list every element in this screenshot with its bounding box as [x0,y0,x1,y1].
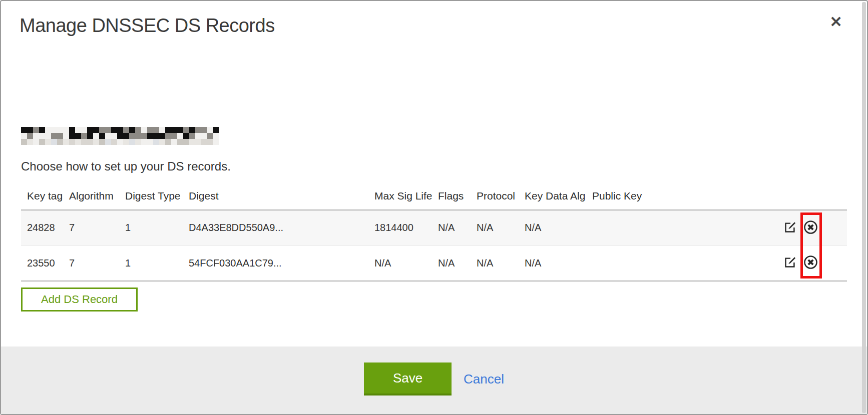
mosaic-pixel [207,127,213,133]
mosaic-pixel [207,133,213,139]
mosaic-pixel [105,139,111,145]
column-header-public-key: Public Key [592,182,716,210]
mosaic-pixel [27,127,33,133]
mosaic-pixel [147,127,153,133]
mosaic-pixel [87,133,93,139]
mosaic-pixel [129,127,135,133]
dialog-footer: Save Cancel [1,346,867,414]
mosaic-pixel [153,127,159,133]
mosaic-pixel [111,127,117,133]
mosaic-pixel [129,133,135,139]
column-header-flags: Flags [438,182,477,210]
mosaic-pixel [21,139,27,145]
mosaic-pixel [201,127,207,133]
edit-record-button[interactable] [783,256,797,270]
mosaic-pixel [177,139,183,145]
mosaic-pixel [189,139,195,145]
mosaic-pixel [171,127,177,133]
mosaic-pixel [63,139,69,145]
mosaic-pixel [147,133,153,139]
column-header-max-sig-life: Max Sig Life [374,182,438,210]
mosaic-pixel [63,133,69,139]
mosaic-pixel [141,127,147,133]
delete-record-button[interactable] [803,254,818,272]
edit-record-button[interactable] [783,220,797,236]
mosaic-pixel [183,127,189,133]
mosaic-pixel [195,133,201,139]
mosaic-pixel [171,139,177,145]
delete-icon [803,220,818,236]
mosaic-pixel [189,127,195,133]
mosaic-pixel [141,139,147,145]
mosaic-pixel [129,139,135,145]
mosaic-pixel [39,139,45,145]
table-header-row: Key tag Algorithm Digest Type Digest Max… [21,182,847,210]
mosaic-pixel [171,133,177,139]
mosaic-pixel [81,139,87,145]
mosaic-pixel [39,133,45,139]
cell-flags: N/A [438,210,477,246]
mosaic-pixel [195,139,201,145]
mosaic-pixel [213,133,219,139]
mosaic-pixel [177,133,183,139]
cell-digest-type: 1 [125,246,189,281]
mosaic-pixel [153,139,159,145]
mosaic-pixel [201,133,207,139]
mosaic-pixel [33,139,39,145]
cell-public-key [592,210,716,246]
table-row: 23550 7 1 54FCF030AA1C79... N/A N/A N/A … [21,246,847,281]
mosaic-pixel [45,127,51,133]
mosaic-pixel [111,139,117,145]
cancel-link[interactable]: Cancel [464,372,504,387]
cell-flags: N/A [438,246,477,281]
dialog-title: Manage DNSSEC DS Records [20,15,275,36]
mosaic-pixel [135,139,141,145]
delete-icon [803,254,818,272]
column-header-key-data-alg: Key Data Alg [525,182,592,210]
mosaic-pixel [21,133,27,139]
mosaic-pixel [99,133,105,139]
mosaic-pixel [39,127,45,133]
mosaic-pixel [159,139,165,145]
mosaic-pixel [93,127,99,133]
mosaic-pixel [57,139,63,145]
mosaic-pixel [51,127,57,133]
cell-digest-type: 1 [125,210,189,246]
save-button[interactable]: Save [364,362,452,396]
mosaic-pixel [27,139,33,145]
scrollbar[interactable] [862,2,866,413]
column-header-algorithm: Algorithm [69,182,125,210]
edit-icon [783,256,797,270]
subtitle-text: Choose how to set up your DS records. [21,160,231,174]
mosaic-pixel [99,127,105,133]
mosaic-pixel [75,139,81,145]
mosaic-pixel [213,127,219,133]
mosaic-pixel [123,127,129,133]
cell-key-tag: 23550 [21,246,69,281]
mosaic-pixel [69,139,75,145]
mosaic-pixel [183,139,189,145]
cell-protocol: N/A [477,246,525,281]
mosaic-pixel [69,127,75,133]
close-icon: ✕ [829,14,842,30]
mosaic-pixel [183,133,189,139]
add-ds-record-button[interactable]: Add DS Record [21,288,138,312]
cell-key-data-alg: N/A [525,210,592,246]
mosaic-pixel [201,139,207,145]
mosaic-pixel [63,127,69,133]
cell-public-key [592,246,716,281]
delete-record-button[interactable] [803,220,818,236]
column-header-digest-type: Digest Type [125,182,189,210]
mosaic-pixel [81,127,87,133]
mosaic-pixel [81,133,87,139]
manage-dnssec-dialog: Manage DNSSEC DS Records ✕ Choose how to… [0,0,868,415]
cell-digest: D4A33E8DD550A9... [189,210,374,246]
mosaic-pixel [147,139,153,145]
mosaic-pixel [165,127,171,133]
mosaic-pixel [165,139,171,145]
column-header-key-tag: Key tag [21,182,69,210]
close-button[interactable]: ✕ [825,11,847,33]
mosaic-pixel [51,139,57,145]
mosaic-pixel [117,127,123,133]
mosaic-pixel [51,133,57,139]
